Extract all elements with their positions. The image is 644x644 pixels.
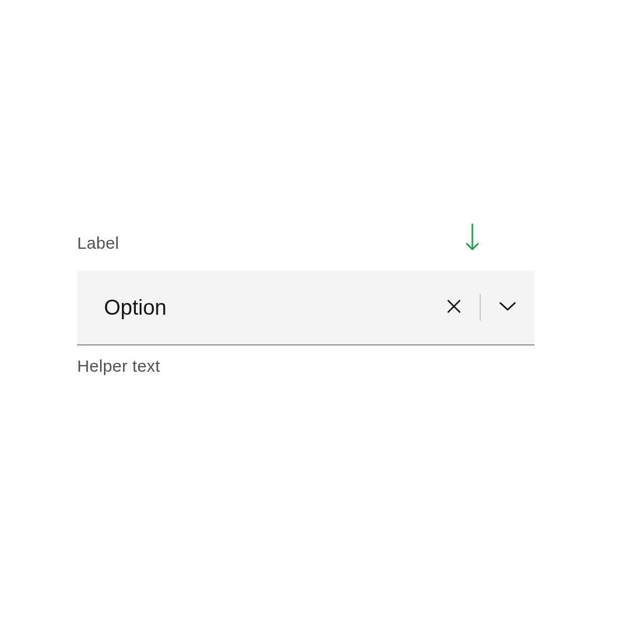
- close-icon: [446, 299, 462, 316]
- dropdown-actions: [446, 294, 517, 321]
- dropdown-selected-value: Option: [104, 296, 446, 320]
- dropdown-helper-text: Helper text: [77, 357, 534, 376]
- clear-button[interactable]: [446, 299, 462, 316]
- dropdown-toggle-button[interactable]: [499, 301, 517, 314]
- chevron-down-icon: [499, 301, 517, 314]
- action-divider: [480, 294, 481, 321]
- dropdown-label: Label: [77, 234, 534, 253]
- dropdown-container: Label Option Helpe: [77, 234, 534, 376]
- dropdown-field[interactable]: Option: [77, 271, 534, 345]
